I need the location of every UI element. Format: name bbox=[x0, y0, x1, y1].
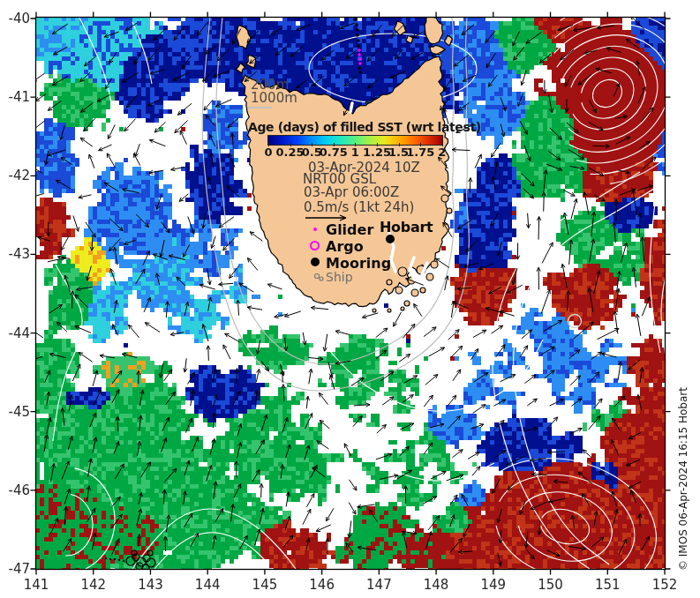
sst-age-map-figure: 200m 1000m Age (days) of filled SST (wrt… bbox=[0, 0, 700, 598]
y-tick-label: -46 bbox=[0, 482, 30, 498]
argo-circle-icon bbox=[310, 241, 320, 250]
colorbar-tick-label: 0 bbox=[264, 146, 272, 159]
y-tick-label: -44 bbox=[0, 325, 30, 341]
legend-label-argo: Argo bbox=[326, 238, 364, 255]
city-label-hobart: Hobart bbox=[380, 219, 433, 235]
x-tick-label: 141 bbox=[24, 577, 49, 593]
legend-label-ship: Ship bbox=[326, 270, 353, 284]
colorbar-tick-label: 1 bbox=[351, 146, 359, 159]
y-tick-label: -40 bbox=[0, 11, 30, 26]
map-canvas bbox=[0, 0, 700, 598]
x-tick-label: 143 bbox=[138, 577, 163, 593]
colorbar-tick-label: 0.25 bbox=[276, 146, 305, 159]
x-tick-label: 144 bbox=[195, 577, 221, 593]
valid-time-label: 03-Apr 06:00Z bbox=[304, 184, 399, 200]
y-tick-label: -47 bbox=[0, 561, 30, 577]
contour-label-1000m: 1000m bbox=[251, 92, 297, 105]
colorbar-tick-label: 0.75 bbox=[320, 146, 348, 159]
colorbar-title: Age (days) of filled SST (wrt latest) bbox=[248, 120, 481, 134]
copyright-text: © IMOS 06-Apr-2024 16:15 Hobart bbox=[677, 387, 689, 571]
y-tick-label: -43 bbox=[0, 246, 30, 262]
x-tick-label: 150 bbox=[538, 577, 563, 593]
y-tick-label: -41 bbox=[0, 89, 30, 105]
bathy-line-sample bbox=[248, 107, 272, 108]
x-tick-label: 149 bbox=[480, 577, 506, 593]
legend-label-glider: Glider bbox=[326, 221, 373, 238]
x-tick-label: 152 bbox=[652, 577, 678, 593]
colorbar-tick-label: 1.25 bbox=[363, 146, 391, 159]
colorbar-tick-label: 2 bbox=[438, 146, 446, 159]
colorbar-tick-label: 1.75 bbox=[406, 146, 434, 159]
x-tick-label: 145 bbox=[252, 577, 278, 593]
x-tick-label: 142 bbox=[80, 577, 106, 593]
mooring-dot-icon bbox=[311, 258, 320, 266]
x-tick-label: 148 bbox=[424, 577, 449, 593]
y-tick-label: -42 bbox=[0, 168, 30, 183]
x-tick-label: 151 bbox=[595, 577, 621, 593]
x-tick-label: 146 bbox=[309, 577, 335, 593]
vector-scale-label: 0.5m/s (1kt 24h) bbox=[304, 199, 414, 215]
y-tick-label: -45 bbox=[0, 404, 30, 420]
glider-dot-icon bbox=[313, 228, 317, 231]
x-tick-label: 147 bbox=[366, 577, 392, 593]
